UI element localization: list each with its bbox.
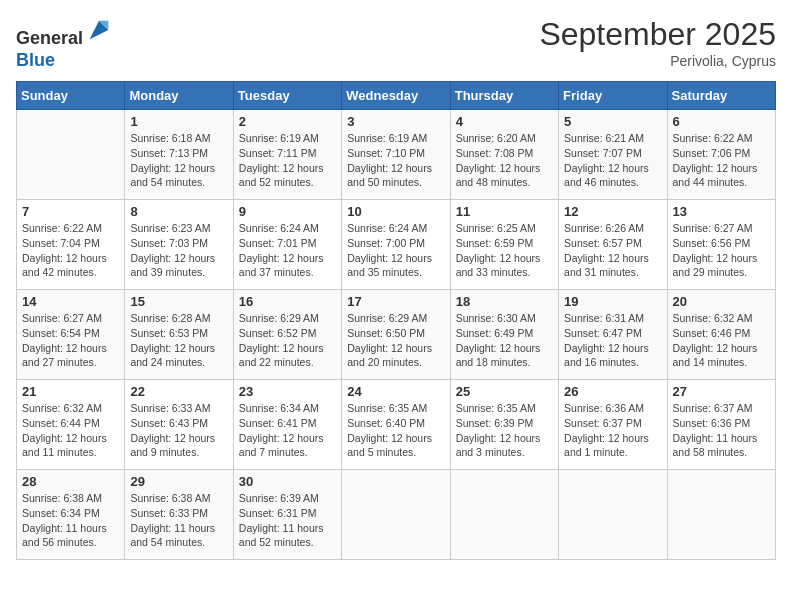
title-block: September 2025 Perivolia, Cyprus — [539, 16, 776, 69]
day-info: Sunrise: 6:23 AM Sunset: 7:03 PM Dayligh… — [130, 221, 227, 280]
day-info: Sunrise: 6:31 AM Sunset: 6:47 PM Dayligh… — [564, 311, 661, 370]
calendar-week-row: 14Sunrise: 6:27 AM Sunset: 6:54 PM Dayli… — [17, 290, 776, 380]
day-number: 14 — [22, 294, 119, 309]
day-number: 11 — [456, 204, 553, 219]
day-number: 26 — [564, 384, 661, 399]
day-info: Sunrise: 6:35 AM Sunset: 6:39 PM Dayligh… — [456, 401, 553, 460]
calendar-cell — [450, 470, 558, 560]
calendar-cell: 18Sunrise: 6:30 AM Sunset: 6:49 PM Dayli… — [450, 290, 558, 380]
day-info: Sunrise: 6:38 AM Sunset: 6:34 PM Dayligh… — [22, 491, 119, 550]
column-header-friday: Friday — [559, 82, 667, 110]
day-number: 8 — [130, 204, 227, 219]
location-subtitle: Perivolia, Cyprus — [539, 53, 776, 69]
day-info: Sunrise: 6:21 AM Sunset: 7:07 PM Dayligh… — [564, 131, 661, 190]
calendar-header-row: SundayMondayTuesdayWednesdayThursdayFrid… — [17, 82, 776, 110]
calendar-table: SundayMondayTuesdayWednesdayThursdayFrid… — [16, 81, 776, 560]
calendar-cell: 24Sunrise: 6:35 AM Sunset: 6:40 PM Dayli… — [342, 380, 450, 470]
calendar-cell: 8Sunrise: 6:23 AM Sunset: 7:03 PM Daylig… — [125, 200, 233, 290]
calendar-cell: 27Sunrise: 6:37 AM Sunset: 6:36 PM Dayli… — [667, 380, 775, 470]
calendar-cell: 16Sunrise: 6:29 AM Sunset: 6:52 PM Dayli… — [233, 290, 341, 380]
day-number: 13 — [673, 204, 770, 219]
day-number: 18 — [456, 294, 553, 309]
day-number: 30 — [239, 474, 336, 489]
month-title: September 2025 — [539, 16, 776, 53]
column-header-monday: Monday — [125, 82, 233, 110]
day-info: Sunrise: 6:39 AM Sunset: 6:31 PM Dayligh… — [239, 491, 336, 550]
day-number: 28 — [22, 474, 119, 489]
column-header-thursday: Thursday — [450, 82, 558, 110]
day-number: 6 — [673, 114, 770, 129]
day-info: Sunrise: 6:27 AM Sunset: 6:56 PM Dayligh… — [673, 221, 770, 280]
day-number: 16 — [239, 294, 336, 309]
calendar-cell — [667, 470, 775, 560]
logo-general: General — [16, 28, 83, 48]
column-header-sunday: Sunday — [17, 82, 125, 110]
calendar-cell: 26Sunrise: 6:36 AM Sunset: 6:37 PM Dayli… — [559, 380, 667, 470]
day-info: Sunrise: 6:38 AM Sunset: 6:33 PM Dayligh… — [130, 491, 227, 550]
day-info: Sunrise: 6:29 AM Sunset: 6:50 PM Dayligh… — [347, 311, 444, 370]
calendar-cell: 3Sunrise: 6:19 AM Sunset: 7:10 PM Daylig… — [342, 110, 450, 200]
calendar-cell: 7Sunrise: 6:22 AM Sunset: 7:04 PM Daylig… — [17, 200, 125, 290]
calendar-cell: 14Sunrise: 6:27 AM Sunset: 6:54 PM Dayli… — [17, 290, 125, 380]
logo-icon — [85, 16, 113, 44]
day-info: Sunrise: 6:18 AM Sunset: 7:13 PM Dayligh… — [130, 131, 227, 190]
calendar-cell: 2Sunrise: 6:19 AM Sunset: 7:11 PM Daylig… — [233, 110, 341, 200]
day-number: 23 — [239, 384, 336, 399]
logo: General Blue — [16, 16, 113, 71]
day-info: Sunrise: 6:24 AM Sunset: 7:00 PM Dayligh… — [347, 221, 444, 280]
day-info: Sunrise: 6:32 AM Sunset: 6:46 PM Dayligh… — [673, 311, 770, 370]
calendar-cell: 22Sunrise: 6:33 AM Sunset: 6:43 PM Dayli… — [125, 380, 233, 470]
day-number: 4 — [456, 114, 553, 129]
calendar-cell: 17Sunrise: 6:29 AM Sunset: 6:50 PM Dayli… — [342, 290, 450, 380]
page-header: General Blue September 2025 Perivolia, C… — [16, 16, 776, 71]
calendar-cell — [559, 470, 667, 560]
calendar-cell — [17, 110, 125, 200]
calendar-week-row: 21Sunrise: 6:32 AM Sunset: 6:44 PM Dayli… — [17, 380, 776, 470]
calendar-week-row: 28Sunrise: 6:38 AM Sunset: 6:34 PM Dayli… — [17, 470, 776, 560]
day-number: 17 — [347, 294, 444, 309]
calendar-cell: 11Sunrise: 6:25 AM Sunset: 6:59 PM Dayli… — [450, 200, 558, 290]
day-info: Sunrise: 6:20 AM Sunset: 7:08 PM Dayligh… — [456, 131, 553, 190]
day-info: Sunrise: 6:33 AM Sunset: 6:43 PM Dayligh… — [130, 401, 227, 460]
calendar-cell: 12Sunrise: 6:26 AM Sunset: 6:57 PM Dayli… — [559, 200, 667, 290]
calendar-cell: 13Sunrise: 6:27 AM Sunset: 6:56 PM Dayli… — [667, 200, 775, 290]
day-number: 29 — [130, 474, 227, 489]
day-number: 24 — [347, 384, 444, 399]
day-info: Sunrise: 6:22 AM Sunset: 7:04 PM Dayligh… — [22, 221, 119, 280]
calendar-cell: 25Sunrise: 6:35 AM Sunset: 6:39 PM Dayli… — [450, 380, 558, 470]
calendar-cell: 15Sunrise: 6:28 AM Sunset: 6:53 PM Dayli… — [125, 290, 233, 380]
day-number: 27 — [673, 384, 770, 399]
calendar-cell: 4Sunrise: 6:20 AM Sunset: 7:08 PM Daylig… — [450, 110, 558, 200]
day-info: Sunrise: 6:22 AM Sunset: 7:06 PM Dayligh… — [673, 131, 770, 190]
day-number: 7 — [22, 204, 119, 219]
day-number: 12 — [564, 204, 661, 219]
calendar-cell: 23Sunrise: 6:34 AM Sunset: 6:41 PM Dayli… — [233, 380, 341, 470]
day-number: 5 — [564, 114, 661, 129]
day-info: Sunrise: 6:19 AM Sunset: 7:10 PM Dayligh… — [347, 131, 444, 190]
day-info: Sunrise: 6:25 AM Sunset: 6:59 PM Dayligh… — [456, 221, 553, 280]
day-info: Sunrise: 6:28 AM Sunset: 6:53 PM Dayligh… — [130, 311, 227, 370]
calendar-week-row: 7Sunrise: 6:22 AM Sunset: 7:04 PM Daylig… — [17, 200, 776, 290]
day-number: 15 — [130, 294, 227, 309]
calendar-cell: 5Sunrise: 6:21 AM Sunset: 7:07 PM Daylig… — [559, 110, 667, 200]
calendar-cell: 29Sunrise: 6:38 AM Sunset: 6:33 PM Dayli… — [125, 470, 233, 560]
day-number: 21 — [22, 384, 119, 399]
day-number: 22 — [130, 384, 227, 399]
day-info: Sunrise: 6:19 AM Sunset: 7:11 PM Dayligh… — [239, 131, 336, 190]
day-number: 25 — [456, 384, 553, 399]
calendar-cell: 1Sunrise: 6:18 AM Sunset: 7:13 PM Daylig… — [125, 110, 233, 200]
calendar-cell: 21Sunrise: 6:32 AM Sunset: 6:44 PM Dayli… — [17, 380, 125, 470]
day-number: 19 — [564, 294, 661, 309]
logo-blue: Blue — [16, 50, 55, 70]
day-info: Sunrise: 6:26 AM Sunset: 6:57 PM Dayligh… — [564, 221, 661, 280]
day-info: Sunrise: 6:29 AM Sunset: 6:52 PM Dayligh… — [239, 311, 336, 370]
day-number: 9 — [239, 204, 336, 219]
day-info: Sunrise: 6:37 AM Sunset: 6:36 PM Dayligh… — [673, 401, 770, 460]
calendar-cell: 9Sunrise: 6:24 AM Sunset: 7:01 PM Daylig… — [233, 200, 341, 290]
day-info: Sunrise: 6:34 AM Sunset: 6:41 PM Dayligh… — [239, 401, 336, 460]
calendar-cell: 19Sunrise: 6:31 AM Sunset: 6:47 PM Dayli… — [559, 290, 667, 380]
day-info: Sunrise: 6:24 AM Sunset: 7:01 PM Dayligh… — [239, 221, 336, 280]
day-number: 1 — [130, 114, 227, 129]
calendar-cell: 10Sunrise: 6:24 AM Sunset: 7:00 PM Dayli… — [342, 200, 450, 290]
day-number: 20 — [673, 294, 770, 309]
